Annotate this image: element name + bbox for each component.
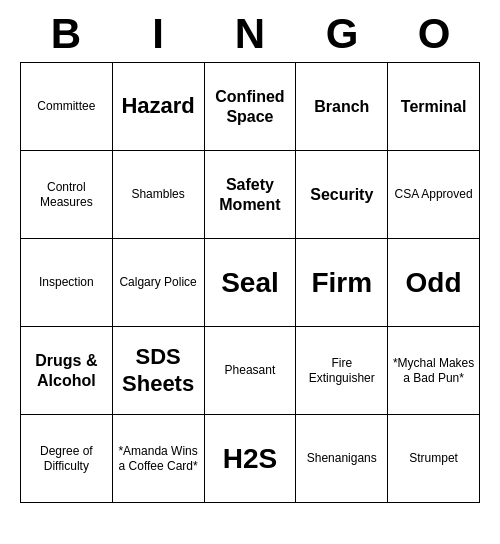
bingo-cell[interactable]: H2S xyxy=(204,415,296,503)
table-row: Drugs & AlcoholSDS SheetsPheasantFire Ex… xyxy=(21,327,480,415)
bingo-cell[interactable]: Branch xyxy=(296,63,388,151)
table-row: InspectionCalgary PoliceSealFirmOdd xyxy=(21,239,480,327)
letter-o: O xyxy=(388,10,480,58)
table-row: CommitteeHazardConfined SpaceBranchTermi… xyxy=(21,63,480,151)
bingo-cell[interactable]: Odd xyxy=(388,239,480,327)
bingo-cell[interactable]: Degree of Difficulty xyxy=(21,415,113,503)
letter-i: I xyxy=(112,10,204,58)
bingo-cell[interactable]: Terminal xyxy=(388,63,480,151)
bingo-cell[interactable]: Seal xyxy=(204,239,296,327)
bingo-cell[interactable]: Pheasant xyxy=(204,327,296,415)
letter-g: G xyxy=(296,10,388,58)
bingo-cell[interactable]: Calgary Police xyxy=(112,239,204,327)
bingo-cell[interactable]: Confined Space xyxy=(204,63,296,151)
bingo-cell[interactable]: Strumpet xyxy=(388,415,480,503)
bingo-cell[interactable]: CSA Approved xyxy=(388,151,480,239)
bingo-cell[interactable]: Security xyxy=(296,151,388,239)
bingo-cell[interactable]: Control Measures xyxy=(21,151,113,239)
letter-n: N xyxy=(204,10,296,58)
bingo-cell[interactable]: Committee xyxy=(21,63,113,151)
table-row: Control MeasuresShamblesSafety MomentSec… xyxy=(21,151,480,239)
letter-b: B xyxy=(20,10,112,58)
bingo-cell[interactable]: Safety Moment xyxy=(204,151,296,239)
bingo-cell[interactable]: Fire Extinguisher xyxy=(296,327,388,415)
bingo-cell[interactable]: Inspection xyxy=(21,239,113,327)
bingo-cell[interactable]: Shambles xyxy=(112,151,204,239)
table-row: Degree of Difficulty*Amanda Wins a Coffe… xyxy=(21,415,480,503)
bingo-cell[interactable]: *Amanda Wins a Coffee Card* xyxy=(112,415,204,503)
bingo-grid: CommitteeHazardConfined SpaceBranchTermi… xyxy=(20,62,480,503)
bingo-cell[interactable]: Hazard xyxy=(112,63,204,151)
bingo-cell[interactable]: Shenanigans xyxy=(296,415,388,503)
bingo-cell[interactable]: *Mychal Makes a Bad Pun* xyxy=(388,327,480,415)
bingo-cell[interactable]: SDS Sheets xyxy=(112,327,204,415)
bingo-cell[interactable]: Firm xyxy=(296,239,388,327)
bingo-title-row: B I N G O xyxy=(20,10,480,58)
bingo-cell[interactable]: Drugs & Alcohol xyxy=(21,327,113,415)
